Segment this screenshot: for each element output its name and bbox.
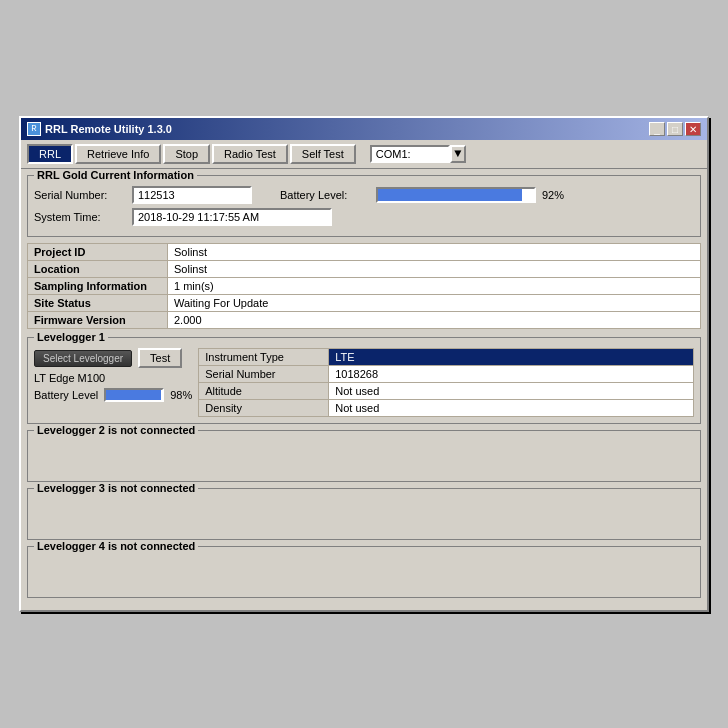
main-window: R RRL Remote Utility 1.3.0 _ □ ✕ RRL Ret… bbox=[19, 116, 709, 612]
levelogger1-battery-percent: 98% bbox=[170, 389, 192, 401]
levelogger1-table: Instrument TypeLTESerial Number1018268Al… bbox=[198, 348, 694, 417]
device-name: LT Edge M100 bbox=[34, 372, 192, 384]
table-row: Instrument TypeLTE bbox=[199, 349, 694, 366]
levelogger-table-label: Serial Number bbox=[199, 366, 329, 383]
gold-info-section: RRL Gold Current Information Serial Numb… bbox=[27, 175, 701, 237]
toolbar: RRL Retrieve Info Stop Radio Test Self T… bbox=[21, 140, 707, 169]
com-port-selector: COM1: ▼ bbox=[370, 145, 466, 163]
table-row: AltitudeNot used bbox=[199, 383, 694, 400]
levelogger2-label: Levelogger 2 is not connected bbox=[34, 424, 198, 436]
com-port-combo[interactable]: COM1: ▼ bbox=[370, 145, 466, 163]
serial-number-row: Serial Number: 112513 Battery Level: 92% bbox=[34, 186, 694, 204]
title-controls: _ □ ✕ bbox=[649, 122, 701, 136]
table-label-cell: Sampling Information bbox=[28, 278, 168, 295]
levelogger-table-value: Not used bbox=[329, 383, 694, 400]
levelogger4-content bbox=[28, 547, 700, 597]
table-value-cell: 1 min(s) bbox=[168, 278, 701, 295]
levelogger3-label: Levelogger 3 is not connected bbox=[34, 482, 198, 494]
minimize-button[interactable]: _ bbox=[649, 122, 665, 136]
levelogger1-title: Levelogger 1 bbox=[34, 331, 108, 343]
table-row: Project IDSolinst bbox=[28, 244, 701, 261]
com-port-arrow[interactable]: ▼ bbox=[450, 145, 466, 163]
system-time-value: 2018-10-29 11:17:55 AM bbox=[132, 208, 332, 226]
battery-percent: 92% bbox=[542, 189, 564, 201]
gold-info-label: RRL Gold Current Information bbox=[34, 169, 197, 181]
gold-info-content: Serial Number: 112513 Battery Level: 92%… bbox=[34, 180, 694, 226]
table-label-cell: Site Status bbox=[28, 295, 168, 312]
test-button[interactable]: Test bbox=[138, 348, 182, 368]
main-content: RRL Gold Current Information Serial Numb… bbox=[21, 169, 707, 610]
levelogger-table-value: LTE bbox=[329, 349, 694, 366]
levelogger3-content bbox=[28, 489, 700, 539]
levelogger-table-label: Density bbox=[199, 400, 329, 417]
battery-container: Battery Level: 92% bbox=[280, 187, 564, 203]
levelogger1-battery-row: Battery Level 98% bbox=[34, 388, 192, 402]
levelogger-table-label: Altitude bbox=[199, 383, 329, 400]
table-value-cell: Waiting For Update bbox=[168, 295, 701, 312]
table-row: LocationSolinst bbox=[28, 261, 701, 278]
tab-retrieve-info[interactable]: Retrieve Info bbox=[75, 144, 161, 164]
levelogger1-left: Select Levelogger Test LT Edge M100 Batt… bbox=[34, 348, 192, 417]
table-label-cell: Firmware Version bbox=[28, 312, 168, 329]
tab-radio-test[interactable]: Radio Test bbox=[212, 144, 288, 164]
system-time-row: System Time: 2018-10-29 11:17:55 AM bbox=[34, 208, 694, 226]
title-bar-left: R RRL Remote Utility 1.3.0 bbox=[27, 122, 172, 136]
levelogger4-label: Levelogger 4 is not connected bbox=[34, 540, 198, 552]
levelogger1-battery-outer bbox=[104, 388, 164, 402]
levelogger4-section: Levelogger 4 is not connected bbox=[27, 546, 701, 598]
table-row: DensityNot used bbox=[199, 400, 694, 417]
maximize-button[interactable]: □ bbox=[667, 122, 683, 136]
tab-rrl[interactable]: RRL bbox=[27, 144, 73, 164]
table-row: Sampling Information1 min(s) bbox=[28, 278, 701, 295]
table-row: Firmware Version2.000 bbox=[28, 312, 701, 329]
com-port-value[interactable]: COM1: bbox=[370, 145, 450, 163]
table-value-cell: Solinst bbox=[168, 261, 701, 278]
levelogger-table-value: Not used bbox=[329, 400, 694, 417]
table-label-cell: Project ID bbox=[28, 244, 168, 261]
window-title: RRL Remote Utility 1.3.0 bbox=[45, 123, 172, 135]
serial-number-label: Serial Number: bbox=[34, 189, 124, 201]
tab-self-test[interactable]: Self Test bbox=[290, 144, 356, 164]
project-info-table: Project IDSolinstLocationSolinstSampling… bbox=[27, 243, 701, 329]
close-button[interactable]: ✕ bbox=[685, 122, 701, 136]
table-label-cell: Location bbox=[28, 261, 168, 278]
levelogger1-content: Select Levelogger Test LT Edge M100 Batt… bbox=[28, 338, 700, 423]
table-row: Site StatusWaiting For Update bbox=[28, 295, 701, 312]
levelogger-table-label: Instrument Type bbox=[199, 349, 329, 366]
table-row: Serial Number1018268 bbox=[199, 366, 694, 383]
levelogger1-section: Levelogger 1 Select Levelogger Test LT E… bbox=[27, 337, 701, 424]
levelogger2-content bbox=[28, 431, 700, 481]
levelogger2-section: Levelogger 2 is not connected bbox=[27, 430, 701, 482]
battery-bar-inner bbox=[378, 189, 522, 201]
battery-label: Battery Level: bbox=[280, 189, 370, 201]
table-value-cell: 2.000 bbox=[168, 312, 701, 329]
levelogger1-battery-inner bbox=[106, 390, 161, 400]
levelogger-table-value: 1018268 bbox=[329, 366, 694, 383]
levelogger1-battery-label: Battery Level bbox=[34, 389, 98, 401]
tab-stop[interactable]: Stop bbox=[163, 144, 210, 164]
battery-bar-outer bbox=[376, 187, 536, 203]
table-value-cell: Solinst bbox=[168, 244, 701, 261]
serial-number-value: 112513 bbox=[132, 186, 252, 204]
title-bar: R RRL Remote Utility 1.3.0 _ □ ✕ bbox=[21, 118, 707, 140]
system-time-label: System Time: bbox=[34, 211, 124, 223]
select-levelogger-button[interactable]: Select Levelogger bbox=[34, 350, 132, 367]
levelogger1-right: Instrument TypeLTESerial Number1018268Al… bbox=[198, 348, 694, 417]
window-icon: R bbox=[27, 122, 41, 136]
levelogger3-section: Levelogger 3 is not connected bbox=[27, 488, 701, 540]
